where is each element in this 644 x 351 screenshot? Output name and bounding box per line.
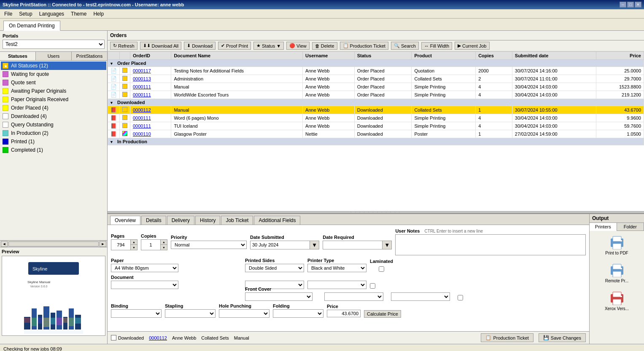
group-order-placed[interactable]: Order Placed	[108, 60, 644, 67]
tab-on-demand-printing[interactable]: On Demand Printing	[3, 21, 60, 31]
priority-select[interactable]: Normal High Low	[171, 241, 247, 249]
copies-spin-down[interactable]: ▼	[160, 245, 167, 250]
production-ticket-button[interactable]: 📋 Production Ticket	[340, 42, 388, 50]
pages-spin-up[interactable]: ▲	[130, 240, 137, 245]
status-item-waiting[interactable]: Waiting for quote	[1, 70, 106, 78]
table-row[interactable]: 📕 0000111 TUI Iceland Anne Webb Download…	[108, 122, 644, 130]
date-required-dropdown[interactable]: ▼	[382, 241, 391, 249]
status-item-awaiting-paper[interactable]: Awaiting Paper Originals	[1, 87, 106, 95]
menu-file[interactable]: File	[2, 10, 15, 18]
refresh-button[interactable]: ↻ Refresh	[110, 42, 137, 50]
folding-select[interactable]	[273, 309, 323, 318]
table-row[interactable]: 📕 0000110 Glasgow Poster Nettie Download…	[108, 130, 644, 138]
window-controls[interactable]: ─ □ ✕	[620, 2, 641, 8]
output-tab-folder[interactable]: Folder	[617, 223, 644, 231]
status-item-quote-sent[interactable]: Quote sent	[1, 78, 106, 87]
document-select[interactable]	[111, 281, 178, 289]
menu-theme[interactable]: Theme	[68, 10, 89, 18]
tab-overview[interactable]: Overview	[110, 216, 140, 225]
price-input[interactable]	[327, 310, 361, 317]
maximize-button[interactable]: □	[627, 2, 634, 8]
fc-laminated-checkbox[interactable]	[458, 295, 463, 300]
col-submitted[interactable]: Submitted date	[512, 52, 596, 60]
scroll-right-btn[interactable]: ►	[100, 241, 106, 247]
delete-button[interactable]: 🗑 Delete	[312, 42, 337, 50]
current-job-button[interactable]: ▶ Current Job	[455, 42, 489, 50]
downloaded-checkbox[interactable]	[111, 335, 116, 340]
date-submitted-dropdown[interactable]: ▼	[310, 241, 319, 249]
laminated-checkbox[interactable]	[370, 266, 393, 272]
status-button[interactable]: ★ Status ▼	[253, 42, 284, 50]
tab-history[interactable]: History	[195, 216, 220, 225]
col-docname[interactable]: Document Name	[171, 52, 303, 60]
save-changes-button[interactable]: 💾 Save Changes	[539, 333, 586, 342]
user-notes-textarea[interactable]	[395, 234, 586, 255]
printer-item-remote[interactable]: Remote Pr...	[591, 260, 642, 285]
search-button[interactable]: 🔍 Search	[391, 42, 419, 50]
binding-select[interactable]	[111, 309, 162, 318]
copies-input[interactable]	[141, 240, 160, 250]
status-item-all[interactable]: ★ All Statuses (12)	[1, 62, 106, 70]
col-price[interactable]: Price	[596, 52, 644, 60]
group-in-production[interactable]: In Production	[108, 138, 644, 145]
pages-spinner[interactable]: ▲ ▼	[111, 239, 137, 250]
calculate-price-button[interactable]: Calculate Price	[364, 310, 401, 318]
menu-languages[interactable]: Languages	[37, 10, 67, 18]
table-row[interactable]: 📄 0000111 WorldWide Escorted Tours Anne …	[108, 91, 644, 99]
col-status[interactable]: Status	[354, 52, 412, 60]
output-tab-printers[interactable]: Printers	[590, 223, 617, 231]
tab-statuses[interactable]: Statuses	[0, 52, 36, 60]
tab-details[interactable]: Details	[141, 216, 166, 225]
minimize-button[interactable]: ─	[620, 2, 626, 8]
printer-type-select[interactable]: Black and White Colour	[307, 264, 366, 272]
col-copies[interactable]: Copies	[476, 52, 512, 60]
front-cover-sides-select[interactable]	[324, 292, 383, 301]
copies-spin-up[interactable]: ▲	[160, 240, 167, 245]
status-item-printed[interactable]: Printed (1)	[1, 137, 106, 146]
table-row[interactable]: 📄 0000117 Testing Notes for Additional F…	[108, 67, 644, 75]
table-row[interactable]: 📄 0000111 Manual Anne Webb Order Placed …	[108, 83, 644, 91]
portals-select[interactable]: Test2	[3, 40, 105, 49]
front-cover-select[interactable]	[245, 292, 313, 301]
hole-punching-select[interactable]	[219, 309, 269, 318]
front-cover-type-select[interactable]	[391, 292, 450, 301]
printer-item-pdf[interactable]: Print to PDF	[591, 233, 642, 257]
tab-additional-fields[interactable]: Additional Fields	[254, 216, 300, 225]
printed-sides-select[interactable]: Double Sided Single Sided	[245, 264, 304, 272]
col-username[interactable]: Username	[303, 52, 355, 60]
view-button[interactable]: 🔴 View	[286, 42, 310, 50]
tab-job-ticket[interactable]: Job Ticket	[221, 216, 253, 225]
fill-width-button[interactable]: ↔ Fill Width	[421, 42, 452, 50]
stapling-select[interactable]	[165, 309, 216, 318]
table-row[interactable]: 📕 0000111 Word (6 pages) Mono Anne Webb …	[108, 114, 644, 122]
download-button[interactable]: ⬇ Download	[184, 42, 216, 50]
paper-select[interactable]: A4 White 80gsm A3 White 80gsm	[111, 264, 178, 272]
status-item-completed[interactable]: Completed (1)	[1, 146, 106, 154]
close-button[interactable]: ✕	[635, 2, 641, 8]
table-row[interactable]: 📄 0000113 Administration Anne Webb Order…	[108, 75, 644, 83]
menu-setup[interactable]: Setup	[16, 10, 35, 18]
status-item-paper-received[interactable]: Paper Originals Received	[1, 95, 106, 104]
menu-help[interactable]: Help	[91, 10, 106, 18]
copies-spinner[interactable]: ▲ ▼	[141, 239, 167, 250]
tab-printstations[interactable]: PrintStations	[72, 52, 107, 60]
proof-print-button[interactable]: ✔ Proof Print	[218, 42, 251, 50]
col-orderid[interactable]: OrderID	[130, 52, 171, 60]
download-all-button[interactable]: ⬇⬇ Download All	[140, 42, 182, 50]
printer-item-xerox[interactable]: Xerox Vers...	[591, 288, 642, 313]
tab-delivery[interactable]: Delivery	[167, 216, 194, 225]
production-ticket-btn[interactable]: 📋 Production Ticket	[481, 333, 533, 342]
date-submitted-input[interactable]	[251, 241, 310, 248]
status-item-order-placed[interactable]: Order Placed (4)	[1, 104, 106, 112]
status-item-query[interactable]: Query Outstanding	[1, 121, 106, 129]
status-item-downloaded[interactable]: Downloaded (4)	[1, 112, 106, 121]
pages-spin-down[interactable]: ▼	[130, 245, 137, 250]
group-downloaded[interactable]: Downloaded	[108, 99, 644, 106]
scroll-left-btn[interactable]: ◄	[1, 241, 8, 247]
col-product[interactable]: Product	[412, 52, 476, 60]
tab-users[interactable]: Users	[36, 52, 72, 60]
pages-input[interactable]	[111, 240, 130, 250]
status-item-in-production[interactable]: In Production (2)	[1, 129, 106, 137]
date-required-input[interactable]	[323, 241, 382, 248]
table-row-selected[interactable]: 📕 0000112 Manual Anne Webb Downloaded Co…	[108, 106, 644, 114]
